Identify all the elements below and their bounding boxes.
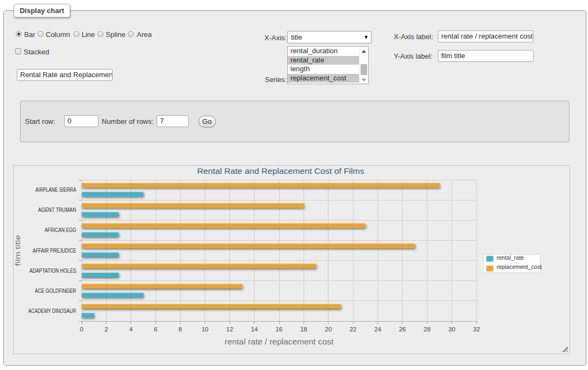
svg-text:16: 16 (276, 326, 283, 333)
svg-text:rental rate / replacement cost: rental rate / replacement cost (225, 337, 334, 346)
svg-text:6: 6 (154, 326, 157, 333)
svg-text:2: 2 (104, 326, 108, 333)
svg-text:ACE GOLDFINGER: ACE GOLDFINGER (35, 288, 76, 294)
svg-text:4: 4 (129, 326, 133, 333)
svg-text:Rental Rate and Replacement Co: Rental Rate and Replacement Cost of Film… (197, 167, 364, 175)
svg-text:rental_rate: rental_rate (497, 254, 524, 261)
svg-text:10: 10 (201, 326, 208, 333)
svg-text:AFFAIR PREJUDICE: AFFAIR PREJUDICE (33, 248, 76, 254)
svg-text:30: 30 (448, 326, 455, 333)
svg-text:8: 8 (178, 326, 182, 333)
svg-text:20: 20 (325, 326, 332, 333)
svg-text:film title: film title (14, 235, 22, 266)
svg-text:14: 14 (251, 326, 258, 333)
svg-text:ADAPTATION HOLES: ADAPTATION HOLES (29, 268, 76, 274)
svg-text:32: 32 (473, 326, 480, 333)
svg-text:0: 0 (80, 326, 83, 333)
svg-text:28: 28 (424, 326, 431, 333)
svg-text:AGENT TRUMAN: AGENT TRUMAN (38, 207, 76, 213)
svg-text:18: 18 (300, 326, 307, 333)
svg-text:22: 22 (350, 326, 357, 333)
svg-text:ACADEMY DINOSAUR: ACADEMY DINOSAUR (28, 308, 76, 314)
svg-text:AFRICAN EGG: AFRICAN EGG (45, 227, 76, 233)
svg-text:26: 26 (399, 326, 406, 333)
svg-text:24: 24 (374, 326, 381, 333)
svg-text:replacement_cost: replacement_cost (497, 264, 542, 270)
svg-text:AIRPLANE SIERRA: AIRPLANE SIERRA (35, 187, 76, 193)
svg-text:12: 12 (226, 326, 233, 333)
